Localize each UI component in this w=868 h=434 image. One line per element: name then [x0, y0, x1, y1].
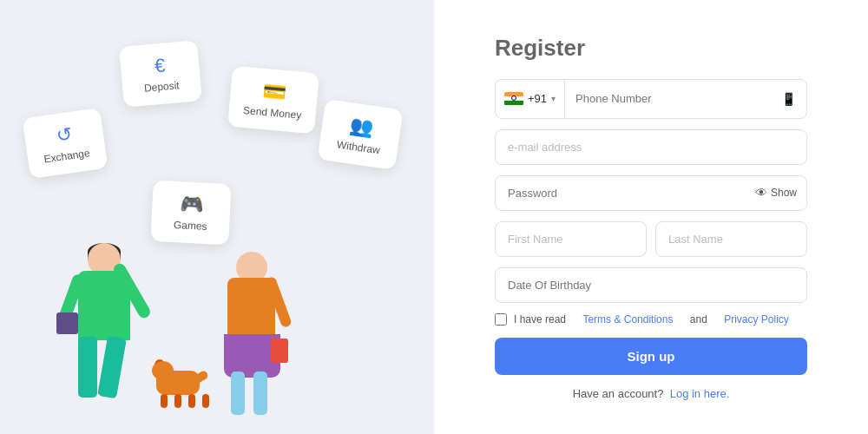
dog-leg-3 [188, 394, 195, 408]
flag-bot [504, 101, 523, 105]
dob-input[interactable] [495, 267, 807, 303]
india-flag-icon [504, 92, 523, 106]
man-body [78, 271, 130, 340]
terms-row: I have read Terms & Conditions and Priva… [495, 313, 807, 326]
privacy-policy-link[interactable]: Privacy Policy [724, 313, 789, 326]
man-leg-left [78, 337, 97, 398]
dog-figure [152, 365, 204, 408]
phone-icon: 📱 [771, 92, 806, 106]
terms-checkbox[interactable] [495, 313, 507, 326]
chevron-down-icon: ▾ [551, 94, 556, 103]
register-form: Register +91 ▾ 📱 👁 [495, 35, 807, 400]
man-figure [69, 243, 139, 417]
signin-row: Have an account? Log in here. [495, 387, 807, 400]
phone-input[interactable] [565, 80, 771, 118]
country-code: +91 [528, 92, 547, 105]
woman-leg-left [231, 372, 245, 415]
card-withdraw-label: Withdraw [336, 138, 380, 156]
man-legs [78, 337, 122, 398]
name-row [495, 221, 807, 257]
form-title: Register [495, 35, 807, 62]
terms-and: and [690, 313, 707, 326]
terms-conditions-link[interactable]: Terms & Conditions [582, 313, 673, 326]
woman-figure [217, 252, 286, 417]
register-panel: Register +91 ▾ 📱 👁 [434, 0, 868, 434]
lastname-input[interactable] [655, 221, 807, 257]
woman-bag [271, 339, 288, 363]
card-deposit-label: Deposit [143, 79, 180, 94]
send-icon: 💳 [261, 80, 286, 104]
show-password-button[interactable]: 👁 Show [755, 186, 797, 200]
man-bag [56, 312, 78, 334]
password-field: 👁 Show [495, 175, 807, 211]
exchange-icon: ↺ [55, 123, 73, 148]
login-link[interactable]: Log in here. [670, 387, 730, 400]
dog-leg-2 [174, 394, 181, 408]
card-exchange: ↺ Exchange [23, 108, 108, 179]
show-label: Show [771, 187, 797, 199]
woman-body [227, 278, 275, 339]
games-icon: 🎮 [179, 193, 203, 216]
deposit-icon: € [154, 55, 166, 78]
card-withdraw: 👥 Withdraw [318, 99, 404, 170]
dog-leg-4 [202, 394, 209, 408]
withdraw-icon: 👥 [348, 114, 374, 140]
phone-prefix-selector[interactable]: +91 ▾ [496, 80, 565, 118]
signup-button[interactable]: Sign up [495, 338, 807, 375]
dog-leg-1 [161, 394, 168, 408]
woman-leg-right [253, 372, 267, 415]
man-leg-right [97, 336, 127, 399]
woman-legs [231, 372, 267, 415]
card-send-label: Send Money [243, 104, 302, 122]
card-deposit: € Deposit [119, 40, 202, 108]
have-account-text: Have an account? [573, 387, 664, 400]
card-send-money: 💳 Send Money [227, 66, 319, 134]
terms-text: I have read [514, 313, 566, 326]
dog-legs [161, 394, 209, 408]
illustration-panel: € Deposit ↺ Exchange 💳 Send Money 🎮 Game… [0, 0, 434, 434]
email-input[interactable] [495, 129, 807, 165]
card-games: 🎮 Games [150, 181, 232, 246]
illustration-area: € Deposit ↺ Exchange 💳 Send Money 🎮 Game… [0, 0, 434, 434]
phone-field: +91 ▾ 📱 [495, 79, 807, 119]
card-exchange-label: Exchange [43, 147, 91, 165]
firstname-input[interactable] [495, 221, 647, 257]
card-games-label: Games [174, 219, 207, 233]
eye-icon: 👁 [755, 186, 767, 200]
